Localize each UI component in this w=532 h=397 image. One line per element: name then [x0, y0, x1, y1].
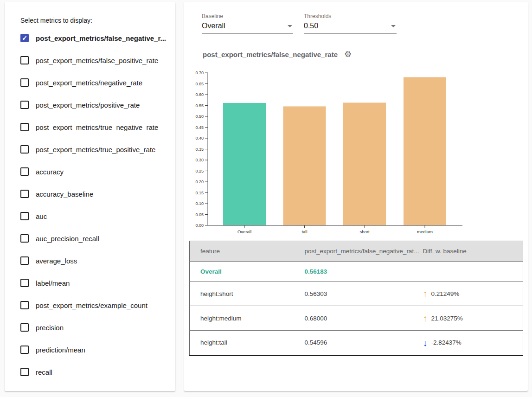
checkbox-icon[interactable]	[20, 323, 29, 332]
metric-checkbox-item[interactable]: auc_precision_recall	[5, 227, 175, 250]
svg-text:tall: tall	[301, 229, 307, 234]
metric-label: post_export_metrics/false_positive_rate	[36, 57, 158, 64]
value-cell: 0.56303	[305, 282, 419, 306]
metric-checkbox-item[interactable]: post_export_metrics/negative_rate	[5, 71, 175, 94]
table-header-row: feature post_export_metrics/false_negati…	[190, 241, 523, 262]
feature-cell: height:short	[190, 282, 305, 306]
metric-label: post_export_metrics/example_count	[36, 301, 147, 309]
column-header-feature: feature	[190, 241, 305, 262]
metric-label: accuracy	[36, 168, 64, 176]
svg-text:Overall: Overall	[237, 229, 251, 234]
metric-label: precision	[36, 324, 64, 332]
svg-text:0.05: 0.05	[195, 212, 204, 217]
metric-select-title: Select metrics to display:	[20, 17, 175, 24]
svg-text:0.60: 0.60	[195, 92, 204, 97]
svg-text:0.45: 0.45	[195, 125, 204, 130]
metric-label: label/mean	[36, 279, 70, 287]
metric-select-panel: Select metrics to display: ✓ post_export…	[5, 2, 175, 391]
thresholds-select-label: Thresholds	[304, 13, 397, 19]
baseline-select-label: Baseline	[202, 13, 293, 19]
metric-label: average_loss	[36, 257, 77, 265]
table-row: height:short 0.56303 ↑ 0.21249%	[190, 282, 523, 306]
metric-checkbox-item[interactable]: post_export_metrics/positive_rate	[5, 94, 175, 116]
checkbox-icon[interactable]	[20, 101, 29, 109]
dropdown-arrow-icon	[391, 25, 396, 27]
metric-checkbox-item[interactable]: post_export_metrics/true_negative_rate	[5, 116, 175, 138]
metric-bar-chart: 0.000.050.100.150.200.250.300.350.400.45…	[184, 70, 490, 241]
checkbox-icon[interactable]	[20, 346, 29, 354]
metric-checkbox-item[interactable]: accuracy_baseline	[5, 183, 175, 205]
checkbox-icon[interactable]	[20, 145, 29, 154]
svg-text:0.35: 0.35	[195, 147, 204, 152]
metric-checkbox-item[interactable]: precision	[5, 316, 175, 339]
metric-checkbox-item[interactable]: post_export_metrics/false_positive_rate	[5, 49, 175, 71]
metric-checkbox-item[interactable]: recall	[5, 361, 175, 383]
feature-cell: height:tall	[190, 331, 305, 355]
up-arrow-icon: ↑	[423, 314, 427, 323]
metric-label: auc	[36, 212, 47, 220]
checkbox-icon[interactable]	[20, 301, 29, 309]
checkbox-icon[interactable]	[20, 256, 29, 265]
metric-label: post_export_metrics/true_positive_rate	[36, 146, 155, 154]
checkbox-icon[interactable]	[20, 190, 29, 198]
feature-cell: Overall	[190, 262, 305, 282]
baseline-select-value: Overall	[202, 22, 225, 30]
baseline-select[interactable]: Baseline Overall	[202, 13, 293, 34]
checkbox-icon[interactable]	[20, 368, 29, 376]
diff-cell: ↓ -2.82437%	[419, 331, 523, 355]
metric-label: recall	[36, 368, 52, 376]
gear-icon[interactable]: ⚙	[344, 50, 352, 58]
metric-label: post_export_metrics/false_negative_r...	[36, 34, 166, 42]
metric-label: post_export_metrics/positive_rate	[36, 101, 140, 109]
diff-value: 0.21249%	[431, 290, 459, 297]
value-cell: 0.56183	[305, 262, 419, 282]
svg-text:0.10: 0.10	[195, 201, 204, 206]
svg-text:medium: medium	[417, 229, 433, 234]
metric-table: feature post_export_metrics/false_negati…	[189, 241, 523, 356]
metric-label: post_export_metrics/negative_rate	[36, 79, 142, 87]
svg-text:0.70: 0.70	[195, 70, 204, 75]
checkbox-icon[interactable]	[20, 212, 29, 220]
metric-label: prediction/mean	[36, 346, 85, 354]
dropdown-arrow-icon	[288, 25, 292, 27]
metric-checkbox-item[interactable]: auc	[5, 205, 175, 227]
chart-title: post_export_metrics/false_negative_rate	[203, 51, 338, 58]
metric-checkbox-item[interactable]: average_loss	[5, 250, 175, 272]
svg-text:short: short	[359, 229, 369, 234]
diff-cell	[419, 262, 523, 282]
metric-checkbox-item[interactable]: ✓ post_export_metrics/false_negative_r..…	[5, 27, 175, 49]
thresholds-select-value: 0.50	[304, 22, 318, 30]
svg-text:0.65: 0.65	[195, 82, 204, 86]
checkbox-icon[interactable]	[20, 78, 29, 87]
metric-checkbox-item[interactable]: label/mean	[5, 272, 175, 294]
diff-cell: ↑ 0.21249%	[419, 282, 523, 306]
svg-text:0.50: 0.50	[195, 114, 204, 119]
checkbox-icon[interactable]	[20, 167, 29, 176]
metric-results-panel: Baseline Overall Thresholds 0.50 post_ex…	[184, 2, 528, 391]
column-header-diff: Diff. w. baseline	[419, 241, 523, 262]
svg-text:0.20: 0.20	[195, 179, 204, 184]
feature-cell: height:medium	[190, 306, 305, 331]
table-row: height:tall 0.54596 ↓ -2.82437%	[190, 331, 523, 355]
metric-checkbox-item[interactable]: prediction/mean	[5, 339, 175, 361]
checkbox-icon[interactable]	[20, 123, 29, 131]
metric-checkbox-item[interactable]: post_export_metrics/example_count	[5, 294, 175, 316]
svg-text:0.30: 0.30	[195, 158, 204, 162]
metric-checkbox-item[interactable]: post_export_metrics/true_positive_rate	[5, 138, 175, 160]
column-header-metric: post_export_metrics/false_negative_rat..…	[305, 241, 419, 262]
table-row: height:medium 0.68000 ↑ 21.03275%	[190, 306, 523, 331]
checkbox-icon[interactable]	[20, 56, 29, 64]
checkbox-icon[interactable]	[20, 279, 29, 287]
svg-text:0.00: 0.00	[195, 223, 204, 228]
svg-text:0.40: 0.40	[195, 136, 204, 141]
diff-value: 21.03275%	[431, 315, 462, 322]
value-cell: 0.68000	[305, 306, 419, 331]
value-cell: 0.54596	[305, 331, 419, 355]
checkbox-checked-icon[interactable]: ✓	[20, 34, 29, 42]
checkbox-icon[interactable]	[20, 234, 29, 243]
diff-cell: ↑ 21.03275%	[419, 306, 523, 331]
thresholds-select[interactable]: Thresholds 0.50	[304, 13, 397, 34]
metric-checkbox-item[interactable]: accuracy	[5, 160, 175, 183]
svg-text:0.55: 0.55	[195, 103, 204, 108]
table-row: Overall 0.56183	[190, 262, 523, 282]
